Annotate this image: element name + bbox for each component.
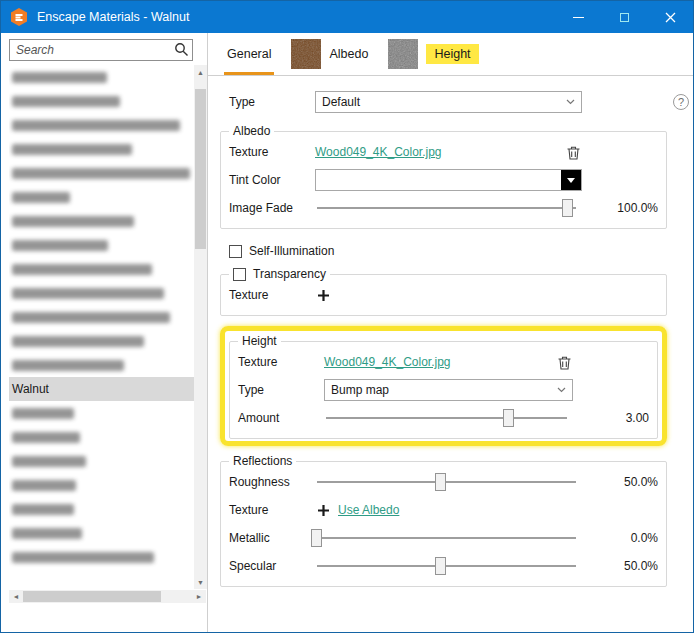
redacted-material-name	[12, 528, 82, 539]
chevron-down-icon	[557, 387, 566, 393]
redacted-material-name	[12, 144, 132, 155]
minimize-button[interactable]	[555, 1, 601, 33]
list-item-redacted[interactable]	[9, 281, 194, 305]
enscape-materials-window: Enscape Materials - Walnut Waln	[0, 0, 694, 633]
use-albedo-link[interactable]: Use Albedo	[338, 503, 399, 517]
tint-color-dropdown-button[interactable]	[561, 170, 581, 190]
list-item-redacted[interactable]	[9, 329, 194, 353]
tint-color-dropdown[interactable]	[315, 169, 582, 191]
search-input[interactable]	[9, 39, 193, 61]
specular-slider[interactable]	[317, 556, 576, 576]
list-item-redacted[interactable]	[9, 65, 194, 89]
amount-slider-thumb[interactable]	[503, 409, 514, 427]
list-item-redacted[interactable]	[9, 473, 194, 497]
image-fade-slider-thumb[interactable]	[562, 199, 573, 217]
list-item-redacted[interactable]	[9, 353, 194, 377]
scroll-right-button[interactable]: ►	[192, 590, 206, 603]
albedo-texture-link[interactable]: Wood049_4K_Color.jpg	[315, 145, 442, 159]
plus-icon	[317, 504, 330, 517]
list-item-redacted[interactable]	[9, 161, 194, 185]
vertical-scrollbar[interactable]: ▲ ▼	[194, 65, 207, 589]
scroll-up-button[interactable]: ▲	[194, 65, 207, 79]
redacted-material-name	[12, 96, 120, 107]
albedo-texture-thumbnail	[291, 39, 321, 69]
tab-general[interactable]: General	[224, 33, 274, 75]
albedo-texture-label: Texture	[229, 145, 315, 159]
horizontal-scrollbar[interactable]: ◄ ►	[9, 590, 206, 603]
tab-height[interactable]: Height	[385, 33, 481, 75]
list-item-redacted[interactable]	[9, 521, 194, 545]
specular-slider-thumb[interactable]	[435, 557, 446, 575]
maximize-button[interactable]	[601, 1, 647, 33]
height-type-dropdown-value: Bump map	[331, 383, 551, 397]
dropdown-arrow-icon	[567, 178, 575, 183]
height-texture-link[interactable]: Wood049_4K_Color.jpg	[324, 355, 451, 369]
list-item-redacted[interactable]	[9, 449, 194, 473]
list-item-redacted[interactable]	[9, 209, 194, 233]
redacted-material-name	[12, 408, 74, 419]
material-tabs: General Albedo Height	[208, 33, 693, 76]
tab-albedo[interactable]: Albedo	[288, 33, 371, 75]
height-type-dropdown[interactable]: Bump map	[324, 379, 573, 401]
list-item-redacted[interactable]	[9, 137, 194, 161]
height-delete-texture-button[interactable]	[556, 353, 573, 372]
reflections-texture-label: Texture	[229, 503, 315, 517]
metallic-label: Metallic	[229, 531, 315, 545]
reflections-add-texture-button[interactable]	[315, 502, 332, 519]
list-item-redacted[interactable]	[9, 185, 194, 209]
list-item-redacted[interactable]	[9, 545, 194, 569]
vertical-scrollbar-thumb[interactable]	[195, 89, 206, 249]
help-icon[interactable]: ?	[673, 94, 689, 110]
scroll-down-button[interactable]: ▼	[194, 575, 207, 589]
scroll-left-button[interactable]: ◄	[9, 590, 23, 603]
list-item-walnut[interactable]: Walnut	[9, 377, 194, 401]
specular-value: 50.0%	[582, 559, 658, 573]
roughness-value: 50.0%	[582, 475, 658, 489]
window-title: Enscape Materials - Walnut	[37, 10, 189, 24]
reflections-group: Reflections Roughness 50.0% Texture	[220, 454, 667, 587]
horizontal-scrollbar-thumb[interactable]	[23, 591, 161, 602]
redacted-material-name	[12, 456, 86, 467]
self-illumination-checkbox[interactable]	[229, 245, 242, 258]
metallic-slider[interactable]	[317, 528, 576, 548]
image-fade-value: 100.0%	[582, 201, 658, 215]
close-button[interactable]	[647, 1, 693, 33]
transparency-add-texture-button[interactable]	[315, 287, 332, 304]
redacted-material-name	[12, 360, 124, 371]
tint-color-label: Tint Color	[229, 173, 315, 187]
horizontal-scrollbar-track[interactable]	[23, 590, 192, 603]
redacted-material-name	[12, 504, 74, 515]
list-item-redacted[interactable]	[9, 113, 194, 137]
image-fade-slider[interactable]	[317, 198, 576, 218]
redacted-material-name	[12, 432, 80, 443]
metallic-value: 0.0%	[582, 531, 658, 545]
redacted-material-name	[12, 312, 170, 323]
metallic-slider-thumb[interactable]	[311, 529, 322, 547]
self-illumination-label: Self-Illumination	[249, 244, 334, 258]
type-dropdown[interactable]: Default	[315, 91, 582, 113]
list-item-redacted[interactable]	[9, 89, 194, 113]
list-item-redacted[interactable]	[9, 305, 194, 329]
list-item-redacted[interactable]	[9, 425, 194, 449]
roughness-slider-thumb[interactable]	[435, 473, 446, 491]
list-item-redacted[interactable]	[9, 497, 194, 521]
albedo-delete-texture-button[interactable]	[565, 143, 582, 162]
height-type-label: Type	[238, 383, 324, 397]
transparency-checkbox[interactable]	[233, 268, 246, 281]
list-item-redacted[interactable]	[9, 233, 194, 257]
redacted-material-name	[12, 336, 144, 347]
roughness-slider[interactable]	[317, 472, 576, 492]
height-texture-label: Texture	[238, 355, 324, 369]
amount-slider[interactable]	[326, 408, 567, 428]
material-list: Walnut	[9, 65, 194, 589]
list-item-redacted[interactable]	[9, 401, 194, 425]
redacted-material-name	[12, 120, 180, 131]
redacted-material-name	[12, 480, 76, 491]
enscape-logo-icon	[9, 7, 29, 27]
redacted-material-name	[12, 264, 152, 275]
slider-track	[317, 207, 576, 209]
chevron-down-icon	[566, 99, 575, 105]
trash-icon	[567, 145, 580, 160]
list-item-redacted[interactable]	[9, 257, 194, 281]
vertical-scrollbar-track[interactable]	[194, 79, 207, 575]
